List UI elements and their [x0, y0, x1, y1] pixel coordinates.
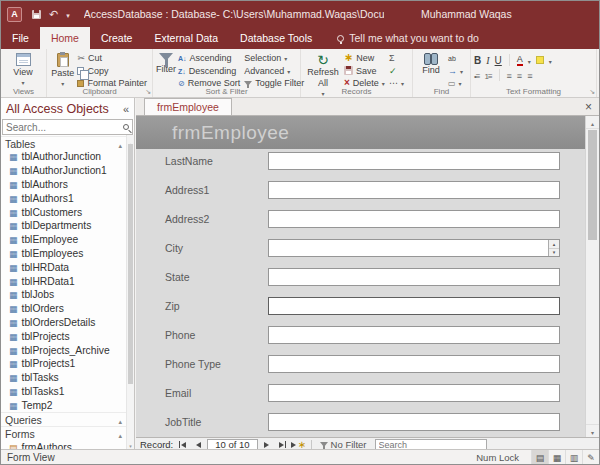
qat-customize-icon[interactable]: [66, 8, 70, 20]
field-input-address2[interactable]: [268, 210, 560, 228]
field-input-lastname[interactable]: [268, 152, 560, 170]
tab-frmEmployee[interactable]: frmEmployee: [144, 98, 232, 115]
tab-create[interactable]: Create: [90, 27, 144, 49]
datasheet-view-button[interactable]: [548, 450, 565, 464]
table-icon: [9, 372, 18, 383]
sidebar-item-table[interactable]: tblTasks: [1, 371, 126, 385]
sidebar-item-table[interactable]: tblEmployees: [1, 247, 126, 261]
sidebar-item-table[interactable]: tblAuthors: [1, 178, 126, 192]
nav-search-input[interactable]: [6, 122, 123, 133]
section-header-forms[interactable]: Forms: [1, 426, 126, 440]
bullets-icon[interactable]: [474, 70, 479, 81]
sidebar-item-table[interactable]: tblProjects_Archive: [1, 343, 126, 357]
sidebar-item-table[interactable]: tblTasks1: [1, 385, 126, 399]
cut-button[interactable]: Cut: [75, 52, 149, 65]
sidebar-item-table[interactable]: tblAuthorJunction: [1, 150, 126, 164]
group-label-find: Find: [413, 87, 470, 96]
form-header: frmEmployee: [136, 116, 585, 149]
access-app-icon[interactable]: [7, 7, 22, 22]
scroll-down-icon[interactable]: [586, 424, 599, 437]
sidebar-item-table[interactable]: tblDepartments: [1, 219, 126, 233]
sidebar-item-table[interactable]: tblEmployee: [1, 233, 126, 247]
table-icon: [9, 248, 18, 259]
sidebar-item-label: tblAuthorJunction: [22, 151, 102, 162]
account-name[interactable]: Muhammad Waqas: [421, 8, 512, 20]
scroll-up-icon[interactable]: [586, 116, 599, 129]
tab-external-data[interactable]: External Data: [143, 27, 229, 49]
font-color-icon[interactable]: [517, 54, 523, 66]
tell-me-box[interactable]: Tell me what you want to do: [337, 27, 479, 49]
advanced-button[interactable]: Advanced: [242, 65, 306, 78]
sidebar-item-table[interactable]: tblHRData1: [1, 274, 126, 288]
sidebar-item-table[interactable]: tblOrdersDetails: [1, 316, 126, 330]
tab-database-tools[interactable]: Database Tools: [229, 27, 323, 49]
bold-button[interactable]: B: [474, 55, 481, 66]
field-input-email[interactable]: [268, 384, 560, 402]
record-search-input[interactable]: [379, 440, 483, 450]
dialog-launcher-icon[interactable]: [589, 84, 595, 96]
cut-icon: [77, 53, 85, 63]
form-view-button[interactable]: [531, 450, 548, 464]
numbering-icon[interactable]: [484, 70, 491, 81]
new-record-ribbon-button[interactable]: New: [342, 52, 387, 65]
align-center-icon[interactable]: [517, 70, 522, 81]
align-right-icon[interactable]: [527, 70, 532, 81]
dialog-launcher-icon[interactable]: [145, 84, 151, 96]
copy-button[interactable]: Copy: [75, 65, 149, 78]
nav-scrollbar[interactable]: [126, 135, 134, 451]
field-input-city[interactable]: [268, 239, 560, 257]
field-input-phonetype[interactable]: [268, 355, 560, 373]
selection-button[interactable]: Selection: [242, 52, 306, 65]
highlight-color-icon[interactable]: [536, 56, 544, 64]
nav-pane-header: All Access Objects: [1, 98, 134, 119]
sidebar-item-table[interactable]: tblOrders: [1, 302, 126, 316]
save-icon[interactable]: [32, 10, 41, 19]
layout-view-button[interactable]: [565, 450, 582, 464]
spelling-button[interactable]: [387, 65, 406, 78]
scrollbar-thumb[interactable]: [588, 130, 597, 240]
nav-scrollbar-thumb[interactable]: [128, 144, 133, 384]
save-record-button[interactable]: Save: [342, 65, 387, 78]
descending-button[interactable]: Descending: [176, 65, 242, 78]
align-left-icon[interactable]: [507, 70, 512, 81]
filter-button[interactable]: Filter: [156, 51, 176, 74]
section-header-tables[interactable]: Tables: [1, 136, 126, 150]
sidebar-item-table[interactable]: tblProjects1: [1, 357, 126, 371]
shutter-bar-close-icon[interactable]: [123, 103, 129, 115]
sidebar-item-table[interactable]: tblAuthors1: [1, 191, 126, 205]
field-input-address1[interactable]: [268, 181, 560, 199]
spin-up-icon[interactable]: [549, 240, 559, 249]
view-button[interactable]: View: [4, 51, 42, 88]
table-icon: [9, 289, 18, 300]
section-header-queries[interactable]: Queries: [1, 412, 126, 426]
sidebar-item-table[interactable]: tblProjects: [1, 329, 126, 343]
field-input-jobtitle[interactable]: [268, 413, 560, 431]
sidebar-item-table[interactable]: tblHRData: [1, 260, 126, 274]
find-button[interactable]: Find: [416, 51, 446, 75]
form-scrollbar[interactable]: [585, 116, 599, 437]
close-icon[interactable]: [585, 101, 599, 113]
field-input-zip[interactable]: [268, 297, 560, 315]
undo-icon[interactable]: [49, 8, 58, 20]
design-view-button[interactable]: [582, 450, 599, 464]
form-title: frmEmployee: [172, 122, 289, 144]
sidebar-item-table[interactable]: tblJobs: [1, 288, 126, 302]
italic-button[interactable]: I: [486, 55, 489, 66]
replace-button[interactable]: [446, 52, 465, 65]
field-label-address2: Address2: [165, 213, 209, 225]
sidebar-item-label: tblProjects: [22, 331, 70, 342]
tab-home[interactable]: Home: [40, 27, 90, 49]
table-icon: [9, 358, 18, 369]
ascending-button[interactable]: Ascending: [176, 52, 242, 65]
sidebar-item-table[interactable]: tblCustomers: [1, 205, 126, 219]
goto-button[interactable]: [446, 65, 465, 78]
sidebar-item-table[interactable]: tblAuthorJunction1: [1, 164, 126, 178]
tab-file[interactable]: File: [1, 27, 40, 49]
underline-button[interactable]: U: [495, 55, 502, 66]
spin-down-icon[interactable]: [549, 249, 559, 257]
totals-button[interactable]: [387, 52, 406, 65]
sidebar-item-table[interactable]: Temp2: [1, 398, 126, 412]
field-input-state[interactable]: [268, 268, 560, 286]
field-input-phone[interactable]: [268, 326, 560, 344]
paste-button[interactable]: Paste: [50, 51, 75, 89]
